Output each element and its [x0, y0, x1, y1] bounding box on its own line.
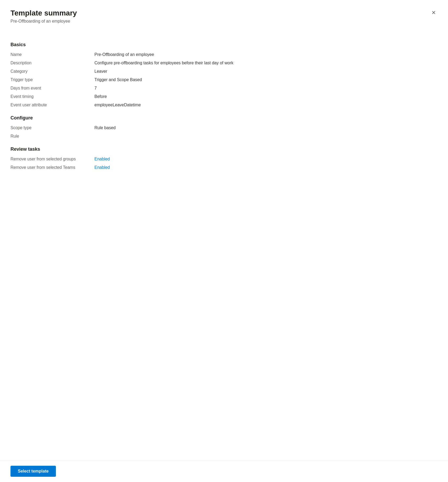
- field-value-scope-type: Rule based: [94, 125, 116, 130]
- title-block: Template summary Pre-Offboarding of an e…: [10, 8, 77, 24]
- basics-heading: Basics: [10, 42, 438, 48]
- field-row-trigger-type: Trigger type Trigger and Scope Based: [10, 77, 438, 82]
- field-label-days-from-event: Days from event: [10, 86, 94, 91]
- field-label-remove-teams: Remove user from selected Teams: [10, 165, 94, 170]
- template-summary-panel: Template summary Pre-Offboarding of an e…: [0, 0, 448, 482]
- field-value-remove-groups: Enabled: [94, 157, 110, 161]
- field-row-days-from-event: Days from event 7: [10, 86, 438, 91]
- field-label-rule: Rule: [10, 134, 94, 139]
- field-label-scope-type: Scope type: [10, 125, 94, 130]
- field-value-description: Configure pre-offboarding tasks for empl…: [94, 61, 233, 65]
- field-value-days-from-event: 7: [94, 86, 97, 91]
- select-template-label: Select template: [18, 469, 49, 473]
- panel-title: Template summary: [10, 8, 77, 18]
- select-template-button[interactable]: Select template: [10, 466, 56, 477]
- field-value-event-user-attribute: employeeLeaveDatetime: [94, 103, 141, 107]
- field-label-description: Description: [10, 61, 94, 65]
- field-row-rule: Rule: [10, 134, 438, 139]
- field-value-event-timing: Before: [94, 94, 107, 99]
- review-tasks-section: Review tasks Remove user from selected g…: [10, 146, 438, 170]
- field-row-event-user-attribute: Event user attribute employeeLeaveDateti…: [10, 103, 438, 107]
- field-label-trigger-type: Trigger type: [10, 77, 94, 82]
- field-row-description: Description Configure pre-offboarding ta…: [10, 61, 438, 65]
- configure-heading: Configure: [10, 115, 438, 121]
- close-icon: ✕: [431, 10, 436, 15]
- panel-footer: Select template: [0, 460, 448, 482]
- field-label-remove-groups: Remove user from selected groups: [10, 157, 94, 161]
- field-value-remove-teams: Enabled: [94, 165, 110, 170]
- field-label-event-user-attribute: Event user attribute: [10, 103, 94, 107]
- field-row-category: Category Leaver: [10, 69, 438, 74]
- field-row-remove-teams: Remove user from selected Teams Enabled: [10, 165, 438, 170]
- panel-header: Template summary Pre-Offboarding of an e…: [0, 0, 448, 29]
- field-row-scope-type: Scope type Rule based: [10, 125, 438, 130]
- basics-section: Basics Name Pre-Offboarding of an employ…: [10, 42, 438, 107]
- field-value-name: Pre-Offboarding of an employee: [94, 52, 154, 57]
- panel-subtitle: Pre-Offboarding of an employee: [10, 19, 77, 24]
- field-label-event-timing: Event timing: [10, 94, 94, 99]
- field-value-trigger-type: Trigger and Scope Based: [94, 77, 142, 82]
- field-row-remove-groups: Remove user from selected groups Enabled: [10, 157, 438, 161]
- field-label-category: Category: [10, 69, 94, 74]
- panel-content: Basics Name Pre-Offboarding of an employ…: [0, 29, 448, 482]
- field-label-name: Name: [10, 52, 94, 57]
- review-tasks-heading: Review tasks: [10, 146, 438, 152]
- field-row-event-timing: Event timing Before: [10, 94, 438, 99]
- field-value-category: Leaver: [94, 69, 107, 74]
- field-row-name: Name Pre-Offboarding of an employee: [10, 52, 438, 57]
- close-button[interactable]: ✕: [430, 8, 438, 17]
- configure-section: Configure Scope type Rule based Rule: [10, 115, 438, 139]
